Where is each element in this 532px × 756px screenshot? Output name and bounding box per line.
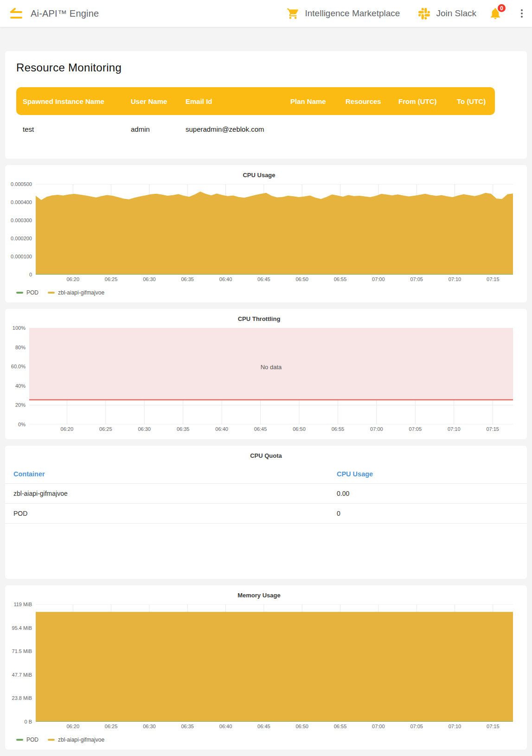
col-from-utc: From (UTC) <box>398 97 457 105</box>
cpu-usage-y-axis: 0.0005000.0004000.0003000.0002000.000100… <box>5 184 36 275</box>
cpu-quota-title: CPU Quota <box>5 452 527 459</box>
resource-monitoring-card: Resource Monitoring Spawned Instance Nam… <box>5 51 527 159</box>
join-slack-link[interactable]: Join Slack <box>436 8 476 19</box>
memory-usage-y-axis: 119 MiB95.4 MiB71.5 MiB47.7 MiB23.8 MiB0… <box>5 604 36 722</box>
quota-col-container[interactable]: Container <box>13 470 337 478</box>
notifications-bell-icon[interactable]: 0 <box>489 7 502 20</box>
slack-icon[interactable] <box>418 8 430 19</box>
notification-count-badge: 0 <box>497 3 506 13</box>
quota-col-cpu-usage[interactable]: CPU Usage <box>337 470 519 478</box>
page-title: Resource Monitoring <box>16 61 516 74</box>
table-row: POD 0 <box>5 504 527 524</box>
cpu-throttling-y-axis: 100%80%60.0%40%20%0% <box>5 328 29 424</box>
legend-swatch <box>48 739 55 741</box>
memory-usage-card: Memory Usage 119 MiB95.4 MiB71.5 MiB47.7… <box>5 585 527 750</box>
cpu-usage-title: CPU Usage <box>5 172 513 179</box>
legend-item[interactable]: POD <box>16 737 38 743</box>
legend-swatch <box>48 292 55 294</box>
legend-item[interactable]: zbl-aiapi-gifmajvoe <box>48 289 104 296</box>
cell-email-id: superadmin@zeblok.com <box>186 125 290 133</box>
page-content: Resource Monitoring Spawned Instance Nam… <box>0 27 532 750</box>
quota-cell-cpu-usage: 0 <box>337 510 519 517</box>
legend-swatch <box>16 292 23 294</box>
col-resources: Resources <box>346 97 398 105</box>
no-data-label: No data <box>29 364 513 371</box>
col-plan-name: Plan Name <box>290 97 346 105</box>
table-row: test admin superadmin@zeblok.com <box>16 119 495 139</box>
legend-swatch <box>16 739 23 741</box>
app-title: Ai-API™ Engine <box>31 8 99 19</box>
cpu-usage-card: CPU Usage 0.0005000.0004000.0003000.0002… <box>5 165 527 302</box>
cpu-quota-card: CPU Quota Container CPU Usage zbl-aiapi-… <box>5 446 527 579</box>
monitoring-table: Spawned Instance Name User Name Email Id… <box>16 87 495 139</box>
quota-cell-container: POD <box>13 510 337 517</box>
cpu-usage-legend[interactable]: PODzbl-aiapi-gifmajvoe <box>5 284 513 297</box>
legend-item[interactable]: POD <box>16 289 38 296</box>
cpu-usage-x-axis: 06:2006:2506:3006:3506:4006:4506:5006:55… <box>36 276 513 284</box>
quota-cell-container: zbl-aiapi-gifmajvoe <box>13 490 337 497</box>
cpu-throttling-plot[interactable]: No data <box>29 328 513 424</box>
legend-item[interactable]: zbl-aiapi-gifmajvoe <box>48 737 104 743</box>
app-header: Ai-API™ Engine Intelligence Marketplace … <box>0 0 532 27</box>
memory-usage-x-axis: 06:2006:2506:3006:3506:4006:4506:5006:55… <box>36 724 513 731</box>
col-to-utc: To (UTC) <box>457 97 495 105</box>
cart-icon[interactable] <box>287 7 299 20</box>
memory-usage-title: Memory Usage <box>5 592 513 599</box>
cpu-quota-table-header: Container CPU Usage <box>5 465 527 484</box>
intelligence-marketplace-link[interactable]: Intelligence Marketplace <box>305 8 400 19</box>
table-row: zbl-aiapi-gifmajvoe 0.00 <box>5 484 527 504</box>
memory-usage-plot[interactable] <box>36 604 513 722</box>
col-user-name: User Name <box>131 97 186 105</box>
more-options-menu-icon[interactable] <box>519 7 525 19</box>
back-arrow-icon[interactable] <box>7 8 22 19</box>
cpu-throttling-title: CPU Throttling <box>5 315 513 322</box>
quota-cell-cpu-usage: 0.00 <box>337 490 519 497</box>
cpu-usage-plot[interactable] <box>36 184 513 275</box>
col-spawned-instance-name: Spawned Instance Name <box>23 97 131 105</box>
monitoring-table-header: Spawned Instance Name User Name Email Id… <box>16 87 495 115</box>
memory-usage-legend[interactable]: PODzbl-aiapi-gifmajvoe <box>5 731 513 744</box>
cpu-throttling-card: CPU Throttling 100%80%60.0%40%20%0% No d… <box>5 309 527 439</box>
cell-user-name: admin <box>131 125 186 133</box>
cpu-throttling-x-axis: 06:2006:2506:3006:3506:4006:4506:5006:55… <box>29 426 513 434</box>
cell-spawned-instance-name: test <box>23 125 131 133</box>
col-email-id: Email Id <box>186 97 290 105</box>
